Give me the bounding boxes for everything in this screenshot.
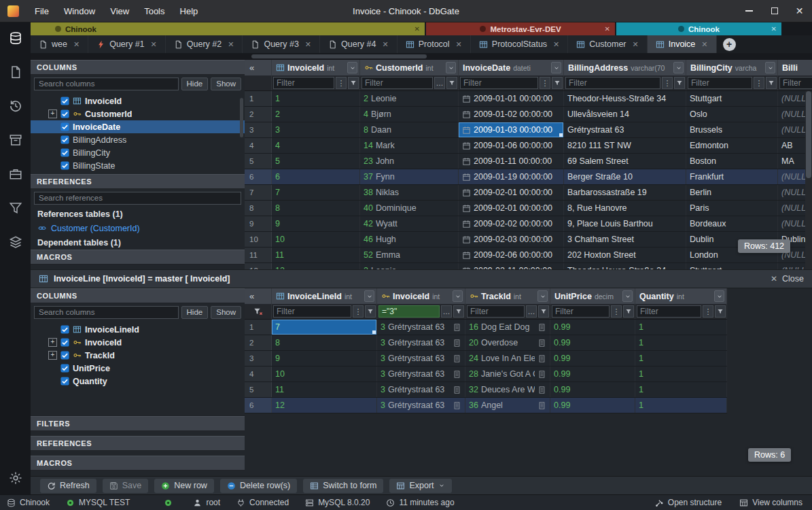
table-row[interactable]: 4414Mark2009-01-06 00:00:008210 111 ST N… — [245, 138, 812, 154]
filter-funnel-button[interactable] — [623, 305, 634, 318]
unit-price-cell[interactable]: 0.99 — [550, 351, 635, 366]
column-tree-item-invoicelineid[interactable]: InvoiceLineId — [31, 323, 245, 336]
customer-id-cell[interactable]: 2Leonie — [360, 263, 459, 269]
billing-address-cell[interactable]: 69 Salem Street — [564, 154, 686, 169]
row-number[interactable]: 12 — [245, 263, 272, 269]
filter-menu-button[interactable]: ⋮ — [703, 305, 713, 318]
close-detail-button[interactable]: ✕ Close — [771, 274, 804, 284]
row-number[interactable]: 5 — [245, 382, 272, 397]
column-tree-item-billingstate[interactable]: BillingState — [31, 159, 245, 172]
billing-address-cell[interactable]: 8210 111 ST NW — [564, 138, 686, 153]
invoice-line-id-cell[interactable]: 12 — [272, 398, 377, 413]
filter-input-billingcity[interactable]: Filter — [688, 77, 752, 89]
filter-input-invoiceid[interactable]: ="3" — [378, 305, 440, 318]
filter-input-customerid[interactable]: Filter — [361, 77, 433, 89]
row-number[interactable]: 10 — [245, 232, 272, 247]
billing-address-cell[interactable]: 9, Place Louis Barthou — [564, 216, 686, 231]
sidebar-file-button[interactable] — [9, 65, 22, 79]
row-number[interactable]: 11 — [245, 248, 272, 262]
row-number[interactable]: 4 — [245, 138, 272, 153]
table-row[interactable]: 5523John2009-01-11 00:00:0069 Salem Stre… — [245, 154, 812, 169]
billing-city-cell[interactable]: Paris — [686, 201, 778, 216]
track-id-cell[interactable]: 24Love In An Elevator — [465, 351, 550, 366]
table-row[interactable]: 6637Fynn2009-01-19 00:00:00Berger Straße… — [245, 169, 812, 185]
expander-icon[interactable]: + — [48, 338, 57, 347]
table-row[interactable]: 9942Wyatt2009-02-02 00:00:009, Place Lou… — [245, 216, 812, 232]
tab-protocol[interactable]: Protocol✕ — [398, 35, 471, 53]
unit-price-cell[interactable]: 0.99 — [550, 320, 635, 335]
columns-section-header[interactable]: COLUMNS — [31, 60, 245, 75]
filter-menu-button[interactable]: ⋮ — [353, 305, 364, 318]
grid-scrollbar-thumb[interactable] — [806, 91, 811, 178]
menu-file[interactable]: File — [27, 0, 56, 22]
close-tab-button[interactable]: ✕ — [305, 40, 311, 49]
unit-price-cell[interactable]: 0.99 — [550, 367, 635, 381]
table-row[interactable]: 224Bjørn2009-01-02 00:00:00Ullevålsveien… — [245, 107, 812, 122]
invoice-id-cell[interactable]: 3Grétrystraat 63 — [377, 367, 465, 381]
quantity-cell[interactable]: 1 — [635, 398, 727, 413]
menu-view[interactable]: View — [103, 0, 137, 22]
save-button[interactable]: Save — [103, 479, 149, 493]
billing-city-cell[interactable]: Oslo — [686, 107, 778, 122]
export-button[interactable]: Export — [389, 479, 451, 493]
invoice-line-id-cell[interactable]: 11 — [272, 382, 377, 397]
row-number[interactable]: 8 — [245, 201, 272, 216]
references-section-header[interactable]: REFERENCES — [31, 174, 245, 189]
sidebar-layers-button[interactable] — [9, 235, 22, 249]
invoice-id-cell[interactable]: 3 — [272, 122, 360, 137]
row-number[interactable]: 2 — [245, 107, 272, 122]
switch-to-form-button[interactable]: Switch to form — [303, 479, 383, 493]
sidebar-archive-button[interactable] — [9, 133, 22, 147]
invoice-date-cell[interactable]: 2009-02-06 00:00:00 — [459, 248, 564, 262]
customer-id-cell[interactable]: 14Mark — [360, 138, 459, 153]
filter-funnel-button[interactable] — [348, 77, 359, 89]
filter-input-invoicelineid[interactable]: Filter — [273, 305, 351, 318]
tab-query-3[interactable]: Query #3✕ — [243, 35, 320, 53]
invoice-line-id-cell[interactable]: 7 — [272, 320, 377, 335]
invoice-id-cell[interactable]: 2 — [272, 107, 360, 122]
search-references-input[interactable]: Search references — [34, 192, 241, 205]
invoice-date-cell[interactable]: 2009-01-02 00:00:00 — [459, 107, 564, 122]
filter-input-invoicedate[interactable]: Filter — [460, 77, 538, 89]
table-row[interactable]: 7738Niklas2009-02-01 00:00:00Barbarossas… — [245, 185, 812, 201]
table-row[interactable]: 112Leonie2009-01-01 00:00:00Theodor-Heus… — [245, 91, 812, 107]
column-tree-item-invoicedate[interactable]: InvoiceDate — [31, 120, 245, 133]
checkbox[interactable] — [60, 109, 69, 118]
customer-id-cell[interactable]: 23John — [360, 154, 459, 169]
invoice-line-id-cell[interactable]: 8 — [272, 335, 377, 350]
sidebar-history-button[interactable] — [9, 99, 22, 113]
tab-customer[interactable]: Customer✕ — [568, 35, 647, 53]
track-id-cell[interactable]: 32Deuces Are Wild — [465, 382, 550, 397]
checkbox[interactable] — [60, 135, 69, 144]
column-tree-item-unitprice[interactable]: UnitPrice — [31, 362, 245, 375]
row-number[interactable]: 4 — [245, 367, 272, 381]
search-columns-input[interactable]: Search columns — [34, 78, 179, 90]
menu-tools[interactable]: Tools — [137, 0, 172, 22]
status-mysql-test[interactable]: MYSQL TEST — [66, 498, 130, 507]
customer-id-cell[interactable]: 46Hugh — [360, 232, 459, 247]
tab-invoice[interactable]: Invoice✕ — [648, 35, 717, 53]
invoice-id-cell[interactable]: 10 — [272, 232, 360, 247]
status-open-structure[interactable]: Open structure — [655, 498, 722, 507]
checkbox[interactable] — [60, 161, 69, 170]
filter-funnel-button[interactable] — [766, 77, 777, 89]
close-tab-button[interactable]: ✕ — [553, 40, 559, 49]
invoice-id-cell[interactable]: 5 — [272, 154, 360, 169]
tab-query-2[interactable]: Query #2✕ — [166, 35, 243, 53]
tab-protocolstatus[interactable]: ProtocolStatus✕ — [471, 35, 569, 53]
billing-city-cell[interactable]: Frankfurt — [686, 169, 778, 184]
filter-input-billi[interactable]: Filter — [779, 77, 812, 89]
filter-funnel-button[interactable] — [538, 305, 549, 318]
grid-vertical-scrollbar[interactable] — [805, 91, 812, 269]
invoice-id-cell[interactable]: 3Grétrystraat 63 — [377, 382, 465, 397]
row-number[interactable]: 6 — [245, 169, 272, 184]
close-tab-button[interactable]: ✕ — [701, 40, 707, 49]
table-row[interactable]: 5113Grétrystraat 6332Deuces Are Wild0.99… — [245, 382, 727, 398]
billing-city-cell[interactable]: Stuttgart — [686, 263, 778, 269]
checkbox[interactable] — [60, 148, 69, 157]
table-row[interactable]: 6123Grétrystraat 6336Angel0.991 — [245, 398, 727, 413]
tab-scrollbar-thumb[interactable] — [251, 54, 427, 58]
row-number[interactable]: 3 — [245, 122, 272, 137]
checkbox[interactable] — [60, 351, 69, 360]
expander-icon[interactable]: + — [48, 109, 57, 118]
